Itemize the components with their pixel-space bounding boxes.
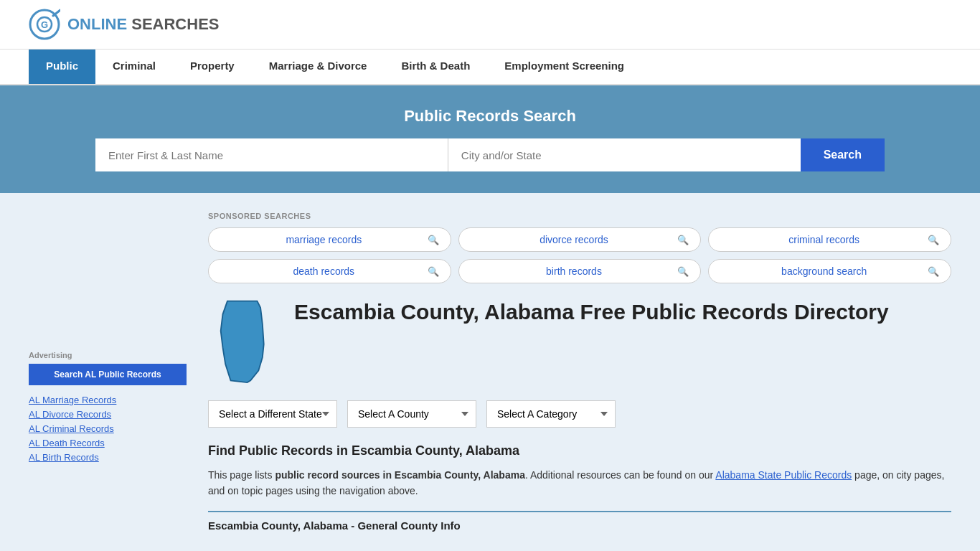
sidebar-ad-label: Advertising <box>29 351 187 359</box>
sidebar-links: AL Marriage Records AL Divorce Records A… <box>29 394 187 463</box>
tag-background[interactable]: background search 🔍 <box>708 259 951 283</box>
nav-public[interactable]: Public <box>29 50 95 84</box>
nav-employment[interactable]: Employment Screening <box>487 50 641 84</box>
sidebar-link-death[interactable]: AL Death Records <box>29 438 105 448</box>
dropdowns: Select a Different State Select A County… <box>208 400 951 428</box>
search-banner-title: Public Records Search <box>29 107 951 126</box>
logo-icon: G <box>29 9 60 40</box>
county-dropdown[interactable]: Select A County <box>347 400 476 428</box>
svg-marker-4 <box>221 301 264 383</box>
section-divider <box>208 511 951 512</box>
find-description: This page lists public record sources in… <box>208 467 951 499</box>
search-tags: marriage records 🔍 divorce records 🔍 cri… <box>208 227 951 283</box>
location-input[interactable] <box>448 138 801 171</box>
content-area: SPONSORED SEARCHES marriage records 🔍 di… <box>187 193 951 551</box>
section-subtitle: Escambia County, Alabama - General Count… <box>208 519 951 532</box>
sidebar-link-criminal[interactable]: AL Criminal Records <box>29 423 114 434</box>
nav-property[interactable]: Property <box>173 50 252 84</box>
logo-text: ONLINE SEARCHES <box>67 15 220 34</box>
svg-text:G: G <box>41 19 48 30</box>
sidebar-link-marriage[interactable]: AL Marriage Records <box>29 395 116 405</box>
sidebar-link-birth[interactable]: AL Birth Records <box>29 452 99 463</box>
state-dropdown[interactable]: Select a Different State <box>208 400 337 428</box>
site-header: G ONLINE SEARCHES <box>0 0 980 50</box>
main-wrapper: Advertising Search AL Public Records AL … <box>0 193 980 551</box>
nav-marriage-divorce[interactable]: Marriage & Divorce <box>252 50 385 84</box>
tag-death[interactable]: death records 🔍 <box>208 259 451 283</box>
name-input[interactable] <box>95 138 448 171</box>
nav-birth-death[interactable]: Birth & Death <box>384 50 487 84</box>
main-nav: Public Criminal Property Marriage & Divo… <box>0 50 980 85</box>
sidebar-ad-button[interactable]: Search AL Public Records <box>29 364 187 385</box>
county-section: Escambia County, Alabama Free Public Rec… <box>208 298 951 386</box>
state-records-link[interactable]: Alabama State Public Records <box>715 469 852 481</box>
category-dropdown[interactable]: Select A Category <box>486 400 616 428</box>
search-tag-icon-3: 🔍 <box>428 266 439 277</box>
search-button[interactable]: Search <box>801 138 885 171</box>
search-tag-icon-2: 🔍 <box>928 235 939 245</box>
tag-marriage[interactable]: marriage records 🔍 <box>208 227 451 252</box>
sponsored-label: SPONSORED SEARCHES <box>208 212 951 220</box>
state-map <box>208 298 280 386</box>
search-tag-icon-4: 🔍 <box>677 266 689 277</box>
tag-divorce[interactable]: divorce records 🔍 <box>458 227 702 252</box>
logo[interactable]: G ONLINE SEARCHES <box>29 9 220 40</box>
sidebar: Advertising Search AL Public Records AL … <box>29 193 187 551</box>
sidebar-link-divorce[interactable]: AL Divorce Records <box>29 409 111 420</box>
tag-birth[interactable]: birth records 🔍 <box>458 259 702 283</box>
search-tag-icon-1: 🔍 <box>677 235 689 245</box>
county-title: Escambia County, Alabama Free Public Rec… <box>294 298 889 326</box>
search-tag-icon-0: 🔍 <box>428 235 439 245</box>
find-title: Find Public Records in Escambia County, … <box>208 443 951 458</box>
search-banner: Public Records Search Search <box>0 85 980 193</box>
nav-criminal[interactable]: Criminal <box>95 50 173 84</box>
search-form: Search <box>95 138 885 171</box>
tag-criminal[interactable]: criminal records 🔍 <box>708 227 951 252</box>
search-tag-icon-5: 🔍 <box>928 266 939 277</box>
